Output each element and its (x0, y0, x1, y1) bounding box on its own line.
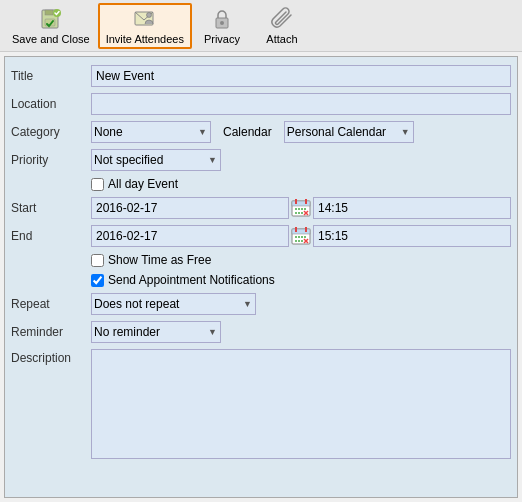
description-textarea[interactable] (91, 349, 511, 459)
title-label: Title (11, 69, 91, 83)
attach-button[interactable]: Attach (252, 3, 312, 49)
repeat-row: Repeat Does not repeat (11, 293, 511, 315)
svg-point-12 (295, 208, 297, 210)
category-row: Category None Calendar Personal Calendar (11, 121, 511, 143)
svg-rect-22 (292, 229, 310, 234)
svg-point-26 (298, 236, 300, 238)
end-date-input[interactable] (91, 225, 289, 247)
svg-point-29 (295, 240, 297, 242)
description-label: Description (11, 349, 91, 365)
priority-row: Priority Not specified (11, 149, 511, 171)
reminder-select[interactable]: No reminder (91, 321, 221, 343)
privacy-button[interactable]: Privacy (192, 3, 252, 49)
repeat-label: Repeat (11, 297, 91, 311)
invite-attendees-icon (133, 7, 157, 31)
start-date-input[interactable] (91, 197, 289, 219)
svg-point-13 (298, 208, 300, 210)
priority-label: Priority (11, 153, 91, 167)
send-notif-label: Send Appointment Notifications (108, 273, 275, 287)
end-time-input[interactable] (313, 225, 511, 247)
repeat-select[interactable]: Does not repeat (91, 293, 256, 315)
svg-point-31 (301, 240, 303, 242)
svg-point-30 (298, 240, 300, 242)
end-label: End (11, 229, 91, 243)
title-row: Title (11, 65, 511, 87)
location-input[interactable] (91, 93, 511, 115)
start-label: Start (11, 201, 91, 215)
priority-select-wrap: Not specified (91, 149, 221, 171)
title-control (91, 65, 511, 87)
send-notif-row: Send Appointment Notifications (91, 273, 511, 287)
calendar-select-wrap: Personal Calendar (284, 121, 414, 143)
attach-label: Attach (266, 33, 297, 45)
svg-rect-9 (292, 201, 310, 206)
svg-point-17 (298, 212, 300, 214)
attach-icon (270, 7, 294, 31)
category-select[interactable]: None (91, 121, 211, 143)
svg-point-7 (220, 21, 224, 25)
location-label: Location (11, 97, 91, 111)
show-free-checkbox[interactable] (91, 254, 104, 267)
start-time-input[interactable] (313, 197, 511, 219)
svg-point-18 (301, 212, 303, 214)
start-calendar-icon[interactable] (291, 198, 311, 218)
reminder-row: Reminder No reminder (11, 321, 511, 343)
category-label: Category (11, 125, 91, 139)
priority-select[interactable]: Not specified (91, 149, 221, 171)
save-close-label: Save and Close (12, 33, 90, 45)
calendar-select[interactable]: Personal Calendar (284, 121, 414, 143)
end-calendar-icon[interactable] (291, 226, 311, 246)
reminder-label: Reminder (11, 325, 91, 339)
privacy-icon (210, 7, 234, 31)
toolbar: Save and Close Invite Attendees Privacy (0, 0, 522, 52)
save-close-icon (39, 7, 63, 31)
calendar-label: Calendar (223, 125, 272, 139)
svg-point-5 (146, 12, 151, 17)
start-row: Start (11, 197, 511, 219)
svg-point-28 (304, 236, 306, 238)
privacy-label: Privacy (204, 33, 240, 45)
invite-attendees-button[interactable]: Invite Attendees (98, 3, 192, 49)
all-day-row: All day Event (91, 177, 511, 191)
save-close-button[interactable]: Save and Close (4, 3, 98, 49)
svg-point-27 (301, 236, 303, 238)
svg-point-14 (301, 208, 303, 210)
svg-point-15 (304, 208, 306, 210)
location-row: Location (11, 93, 511, 115)
all-day-label: All day Event (108, 177, 178, 191)
end-row: End (11, 225, 511, 247)
invite-attendees-label: Invite Attendees (106, 33, 184, 45)
category-select-wrap: None (91, 121, 211, 143)
svg-rect-1 (45, 10, 53, 15)
show-free-label: Show Time as Free (108, 253, 211, 267)
svg-point-25 (295, 236, 297, 238)
all-day-checkbox[interactable] (91, 178, 104, 191)
description-row: Description (11, 349, 511, 459)
form-area: Title Location Category None Calendar Pe… (4, 56, 518, 498)
show-free-row: Show Time as Free (91, 253, 511, 267)
reminder-select-wrap: No reminder (91, 321, 221, 343)
title-input[interactable] (91, 65, 511, 87)
send-notif-checkbox[interactable] (91, 274, 104, 287)
location-control (91, 93, 511, 115)
svg-point-16 (295, 212, 297, 214)
repeat-select-wrap: Does not repeat (91, 293, 256, 315)
category-calendar-group: None Calendar Personal Calendar (91, 121, 414, 143)
